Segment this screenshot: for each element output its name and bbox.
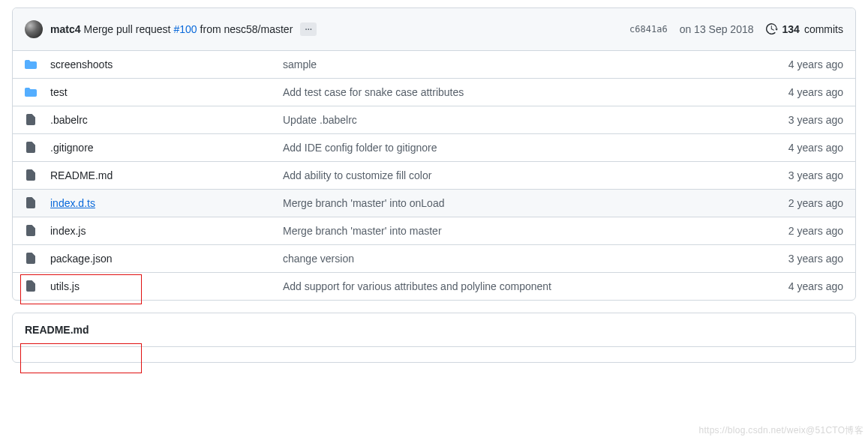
file-name-link[interactable]: .babelrc: [50, 114, 88, 126]
commit-message-link[interactable]: Merge branch 'master' into master: [283, 225, 442, 237]
commit-message-link[interactable]: Merge branch 'master' into onLoad: [283, 197, 444, 209]
file-time: 3 years ago: [788, 114, 843, 126]
commits-link[interactable]: 134 commits: [766, 23, 843, 35]
expand-commit-button[interactable]: …: [300, 22, 317, 36]
file-time: 4 years ago: [788, 142, 843, 154]
commit-message: matc4 Merge pull request #100 from nesc5…: [50, 22, 629, 36]
commit-message-link[interactable]: Add ability to customize fill color: [283, 169, 431, 181]
latest-commit-header: matc4 Merge pull request #100 from nesc5…: [13, 8, 855, 51]
file-icon: [25, 253, 40, 265]
folder-icon: [25, 58, 40, 70]
table-row[interactable]: index.d.tsMerge branch 'master' into onL…: [13, 189, 855, 217]
file-tree-box: matc4 Merge pull request #100 from nesc5…: [12, 7, 856, 301]
file-name-link[interactable]: index.js: [50, 225, 86, 237]
commit-message-link[interactable]: Add test case for snake case attributes: [283, 86, 464, 98]
file-icon: [25, 142, 40, 154]
history-icon: [766, 23, 778, 35]
table-row[interactable]: index.jsMerge branch 'master' into maste…: [13, 217, 855, 244]
file-time: 3 years ago: [788, 253, 843, 265]
table-row[interactable]: package.jsonchange version3 years ago: [13, 244, 855, 272]
table-row[interactable]: .babelrcUpdate .babelrc3 years ago: [13, 106, 855, 133]
file-icon: [25, 169, 40, 181]
file-time: 2 years ago: [788, 197, 843, 209]
file-time: 4 years ago: [788, 58, 843, 70]
commit-date: on 13 Sep 2018: [680, 23, 754, 35]
file-name-link[interactable]: package.json: [50, 253, 113, 265]
table-row[interactable]: .gitignoreAdd IDE config folder to gitig…: [13, 133, 855, 161]
commit-message-link[interactable]: Add support for various attributes and p…: [283, 280, 551, 292]
commit-sha[interactable]: c6841a6: [629, 24, 668, 34]
commit-text-prefix[interactable]: Merge pull request: [83, 23, 170, 35]
readme-title[interactable]: README.md: [13, 313, 855, 347]
readme-box: README.md: [12, 313, 856, 363]
pr-link[interactable]: #100: [173, 23, 197, 35]
commit-author[interactable]: matc4: [50, 23, 80, 35]
author-avatar[interactable]: [25, 20, 43, 38]
table-row[interactable]: README.mdAdd ability to customize fill c…: [13, 161, 855, 189]
file-time: 2 years ago: [788, 225, 843, 237]
file-time: 3 years ago: [788, 169, 843, 181]
file-icon: [25, 280, 40, 292]
table-row[interactable]: testAdd test case for snake case attribu…: [13, 78, 855, 106]
table-row[interactable]: utils.jsAdd support for various attribut…: [13, 272, 855, 300]
file-name-link[interactable]: README.md: [50, 169, 113, 181]
file-icon: [25, 197, 40, 209]
file-time: 4 years ago: [788, 86, 843, 98]
commit-message-link[interactable]: Update .babelrc: [283, 114, 357, 126]
file-icon: [25, 225, 40, 237]
watermark: https://blog.csdn.net/weix@51CTO博客: [698, 424, 863, 437]
commit-meta: c6841a6 on 13 Sep 2018 134 commits: [629, 23, 843, 35]
file-name-link[interactable]: test: [50, 86, 68, 98]
commit-message-link[interactable]: sample: [283, 58, 317, 70]
commits-label: commits: [804, 23, 843, 35]
commit-text-suffix[interactable]: from nesc58/master: [200, 23, 293, 35]
file-time: 4 years ago: [788, 280, 843, 292]
file-name-link[interactable]: utils.js: [50, 280, 80, 292]
commits-count: 134: [782, 23, 800, 35]
commit-message-link[interactable]: change version: [283, 253, 354, 265]
folder-icon: [25, 86, 40, 98]
file-name-link[interactable]: .gitignore: [50, 142, 94, 154]
file-name-link[interactable]: screenshoots: [50, 58, 113, 70]
commit-message-link[interactable]: Add IDE config folder to gitignore: [283, 142, 437, 154]
table-row[interactable]: screenshootssample4 years ago: [13, 51, 855, 78]
file-icon: [25, 114, 40, 126]
file-name-link[interactable]: index.d.ts: [50, 197, 95, 209]
